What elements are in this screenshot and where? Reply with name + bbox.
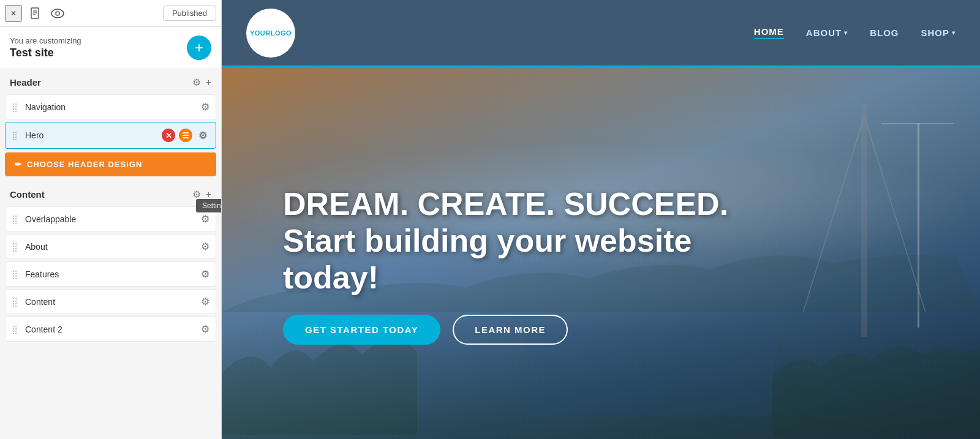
brush-icon: ✏ <box>15 160 22 169</box>
navigation-settings-button[interactable]: ⚙ <box>201 101 209 113</box>
published-button[interactable]: Published <box>163 6 216 21</box>
header-section-actions: ⚙ + <box>192 77 211 88</box>
about-label: About <box>25 242 196 252</box>
content-section-title: Content <box>10 189 45 200</box>
drag-handle-about: ⣿ <box>12 242 18 252</box>
customizer-panel: × Published You are customizing Test sit… <box>0 0 222 439</box>
header-section-title: Header <box>10 77 41 88</box>
learn-more-button[interactable]: LEARN MORE <box>453 315 568 345</box>
features-item[interactable]: ⣿ Features ⚙ <box>5 261 216 287</box>
hero-menu-button[interactable]: ☰ <box>179 129 192 142</box>
drag-handle-content: ⣿ <box>12 297 18 307</box>
nav-blog[interactable]: BLOG <box>870 28 899 38</box>
customizing-section: You are customizing Test site + <box>0 27 221 69</box>
site-name: Test site <box>10 47 81 59</box>
content-item[interactable]: ⣿ Content ⚙ <box>5 289 216 314</box>
hero-settings-button[interactable]: ⚙ <box>196 129 209 142</box>
choose-header-label: CHOOSE HEADER DESIGN <box>27 160 142 169</box>
hero-headline-line3: today! <box>283 260 728 296</box>
plus-icon: + <box>195 39 203 56</box>
hero-remove-button[interactable]: ✕ <box>162 129 175 142</box>
preview-icon[interactable] <box>49 5 66 22</box>
overlappable-item[interactable]: ⣿ Overlappable ⚙ <box>5 206 216 231</box>
navigation-item-actions: ⚙ <box>201 101 209 113</box>
content-label: Content <box>25 297 196 307</box>
drag-handle-overlappable: ⣿ <box>12 214 18 224</box>
website-header: YOURLOGO HOME ABOUT ▾ BLOG SHOP ▾ <box>222 0 980 67</box>
drag-handle-content2: ⣿ <box>12 325 18 334</box>
drag-handle-navigation: ⣿ <box>12 102 18 112</box>
logo: YOURLOGO <box>246 9 295 58</box>
drag-handle-features: ⣿ <box>12 269 18 279</box>
customizing-label: You are customizing <box>10 36 81 45</box>
content-section-actions: ⚙ + <box>192 189 211 200</box>
content-settings-button[interactable]: ⚙ <box>201 296 209 307</box>
add-button[interactable]: + <box>187 36 211 60</box>
svg-point-5 <box>56 12 59 15</box>
shop-caret-icon: ▾ <box>952 29 956 36</box>
topbar: × Published <box>0 0 221 27</box>
header-settings-icon[interactable]: ⚙ <box>192 77 201 88</box>
hero-section: DREAM. CREATE. SUCCEED. Start building y… <box>222 67 980 439</box>
get-started-button[interactable]: GET STARTED TODAY <box>283 315 440 345</box>
website-preview: YOURLOGO HOME ABOUT ▾ BLOG SHOP ▾ <box>222 0 980 439</box>
document-icon <box>27 5 44 22</box>
hero-headline-line2: Start building your website <box>283 223 728 260</box>
hero-item-label: Hero <box>25 130 157 140</box>
hero-headline: DREAM. CREATE. SUCCEED. Start building y… <box>283 186 728 296</box>
overlappable-settings-button[interactable]: ⚙ <box>201 213 209 225</box>
about-item[interactable]: ⣿ About ⚙ <box>5 234 216 259</box>
header-section-header: Header ⚙ + <box>0 69 221 93</box>
svg-rect-9 <box>861 104 867 337</box>
close-icon: × <box>10 8 16 19</box>
features-settings-button[interactable]: ⚙ <box>201 268 209 280</box>
nav-shop[interactable]: SHOP ▾ <box>921 28 956 38</box>
close-button[interactable]: × <box>5 5 22 22</box>
about-settings-button[interactable]: ⚙ <box>201 241 209 252</box>
choose-header-design-button[interactable]: ✏ CHOOSE HEADER DESIGN <box>5 152 216 176</box>
nav-about[interactable]: ABOUT ▾ <box>806 28 848 38</box>
drag-handle-hero: ⣿ <box>12 130 18 140</box>
content-settings-icon[interactable]: ⚙ <box>192 189 201 200</box>
svg-point-4 <box>51 9 64 18</box>
features-label: Features <box>25 269 196 279</box>
header-add-icon[interactable]: + <box>206 77 211 88</box>
about-caret-icon: ▾ <box>844 29 848 36</box>
content2-item[interactable]: ⣿ Content 2 ⚙ <box>5 317 216 342</box>
hero-content: DREAM. CREATE. SUCCEED. Start building y… <box>222 162 728 344</box>
nav-home[interactable]: HOME <box>754 26 784 39</box>
hero-headline-line1: DREAM. CREATE. SUCCEED. <box>283 186 728 223</box>
content2-settings-button[interactable]: ⚙ <box>201 323 209 335</box>
website-nav: HOME ABOUT ▾ BLOG SHOP ▾ <box>754 26 956 39</box>
content-section-header: Content ⚙ + <box>0 181 221 205</box>
overlappable-label: Overlappable <box>25 214 196 224</box>
hero-buttons: GET STARTED TODAY LEARN MORE <box>283 315 728 345</box>
hero-item[interactable]: ⣿ Hero ✕ ☰ ⚙ <box>5 122 216 149</box>
navigation-item-label: Navigation <box>25 102 196 112</box>
hero-item-actions: ✕ ☰ ⚙ <box>162 129 209 142</box>
navigation-item[interactable]: ⣿ Navigation ⚙ <box>5 94 216 119</box>
content-add-icon[interactable]: + <box>206 189 211 200</box>
content2-label: Content 2 <box>25 325 196 334</box>
